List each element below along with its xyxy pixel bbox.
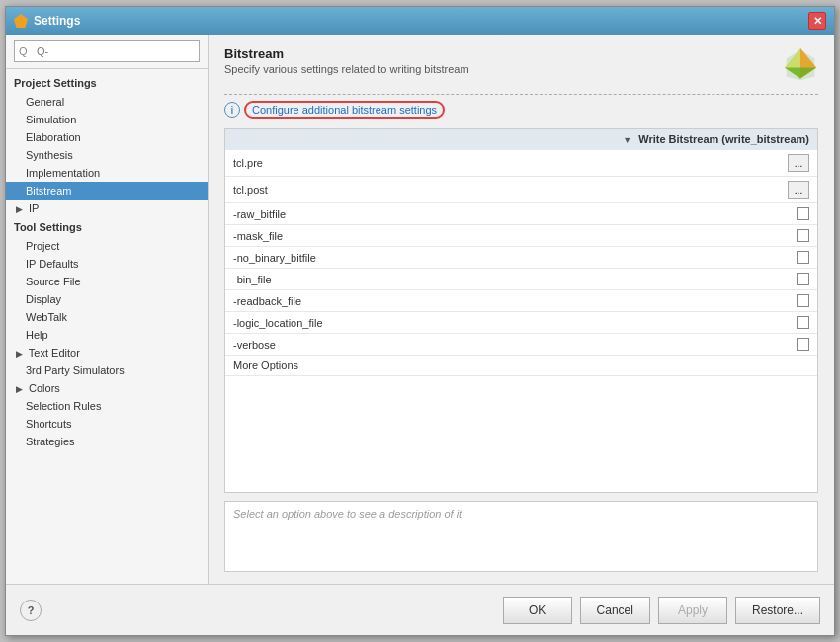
sidebar-item-selection-rules[interactable]: Selection Rules <box>6 397 208 415</box>
row-label-raw-bitfile: -raw_bitfile <box>225 203 423 225</box>
footer-left: ? <box>20 600 42 621</box>
checkbox-logic-location[interactable] <box>797 316 809 329</box>
table-row: tcl.pre ... <box>225 150 817 177</box>
row-value-no-binary <box>423 247 817 269</box>
configure-link[interactable]: Configure additional bitstream settings <box>244 101 445 119</box>
title-bar-left: Settings <box>14 14 80 28</box>
search-icon: Q <box>19 45 28 57</box>
sidebar-item-3rd-party[interactable]: 3rd Party Simulators <box>6 361 208 379</box>
table-row: -verbose <box>225 334 817 356</box>
row-label-no-binary: -no_binary_bitfile <box>225 247 423 269</box>
dialog-title: Settings <box>34 14 80 28</box>
row-value-tcl-post: ... <box>423 177 817 203</box>
panel-title: Bitstream <box>224 46 469 61</box>
sidebar-item-simulation[interactable]: Simulation <box>6 111 208 128</box>
checkbox-mask-file[interactable] <box>797 229 809 242</box>
left-panel: Q Project Settings General Simulation El… <box>6 35 209 584</box>
checkbox-verbose[interactable] <box>797 338 809 351</box>
sidebar-item-text-editor[interactable]: ▶ Text Editor <box>6 344 208 361</box>
ok-button[interactable]: OK <box>503 597 572 624</box>
description-placeholder: Select an option above to see a descript… <box>233 508 462 520</box>
settings-dialog: Settings ✕ Q Project Settings General Si… <box>5 6 835 636</box>
row-label-readback: -readback_file <box>225 290 423 312</box>
row-value-bin-file <box>423 269 817 290</box>
search-wrapper: Q <box>14 40 200 62</box>
apply-button[interactable]: Apply <box>658 597 727 624</box>
configure-link-row: i Configure additional bitstream setting… <box>224 101 818 119</box>
sidebar-item-bitstream[interactable]: Bitstream <box>6 182 208 200</box>
checkbox-raw-bitfile[interactable] <box>797 207 809 220</box>
panel-subtitle: Specify various settings related to writ… <box>224 63 469 75</box>
sidebar-item-elaboration[interactable]: Elaboration <box>6 128 208 146</box>
table-row: -bin_file <box>225 269 817 290</box>
right-panel: Bitstream Specify various settings relat… <box>209 35 834 584</box>
panel-header-text: Bitstream Specify various settings relat… <box>224 46 469 75</box>
sidebar-item-help[interactable]: Help <box>6 326 208 344</box>
browse-button-tcl-post[interactable]: ... <box>788 181 809 199</box>
checkbox-bin-file[interactable] <box>797 273 809 285</box>
row-label-more-options: More Options <box>225 356 423 376</box>
table-row: -logic_location_file <box>225 312 817 334</box>
title-bar: Settings ✕ <box>6 7 834 35</box>
dialog-footer: ? OK Cancel Apply Restore... <box>6 584 834 635</box>
close-button[interactable]: ✕ <box>808 12 826 30</box>
table-group-header-row: ▼ Write Bitstream (write_bitstream) <box>225 129 817 150</box>
search-bar: Q <box>6 35 208 69</box>
row-label-tcl-post: tcl.post <box>225 177 423 203</box>
sidebar-item-ip-defaults[interactable]: IP Defaults <box>6 255 208 273</box>
group-header-cell: ▼ Write Bitstream (write_bitstream) <box>225 129 817 150</box>
sidebar-item-synthesis[interactable]: Synthesis <box>6 146 208 164</box>
sidebar-item-source-file[interactable]: Source File <box>6 273 208 290</box>
info-icon: i <box>224 102 240 118</box>
row-value-raw-bitfile <box>423 203 817 225</box>
row-label-verbose: -verbose <box>225 334 423 356</box>
sidebar-item-webtalk[interactable]: WebTalk <box>6 308 208 326</box>
row-value-logic-location <box>423 312 817 334</box>
sidebar-item-shortcuts[interactable]: Shortcuts <box>6 415 208 433</box>
row-value-verbose <box>423 334 817 356</box>
description-box: Select an option above to see a descript… <box>224 501 818 572</box>
table-row: -readback_file <box>225 290 817 312</box>
sidebar-item-ip[interactable]: ▶ IP <box>6 200 208 217</box>
table-row: -raw_bitfile <box>225 203 817 225</box>
collapse-arrow-icon: ▼ <box>623 135 631 145</box>
panel-header: Bitstream Specify various settings relat… <box>224 46 818 82</box>
row-label-logic-location: -logic_location_file <box>225 312 423 334</box>
settings-table: ▼ Write Bitstream (write_bitstream) tcl.… <box>225 129 817 376</box>
footer-right: OK Cancel Apply Restore... <box>503 597 820 624</box>
table-row: -mask_file <box>225 225 817 247</box>
table-row: More Options <box>225 356 817 376</box>
cancel-button[interactable]: Cancel <box>580 597 650 624</box>
row-label-mask-file: -mask_file <box>225 225 423 247</box>
table-row: -no_binary_bitfile <box>225 247 817 269</box>
tool-settings-header: Tool Settings <box>6 217 208 237</box>
header-divider <box>224 94 818 95</box>
vivado-logo <box>783 46 818 82</box>
project-settings-header: Project Settings <box>6 73 208 93</box>
restore-button[interactable]: Restore... <box>735 597 820 624</box>
row-label-tcl-pre: tcl.pre <box>225 150 423 177</box>
help-button[interactable]: ? <box>20 600 42 621</box>
checkbox-readback-file[interactable] <box>797 294 809 307</box>
sidebar-item-colors[interactable]: ▶ Colors <box>6 379 208 397</box>
settings-table-wrapper: ▼ Write Bitstream (write_bitstream) tcl.… <box>224 128 818 493</box>
sidebar-item-implementation[interactable]: Implementation <box>6 164 208 182</box>
sidebar-item-display[interactable]: Display <box>6 290 208 308</box>
settings-icon <box>14 14 28 28</box>
row-value-mask-file <box>423 225 817 247</box>
browse-button-tcl-pre[interactable]: ... <box>788 154 809 172</box>
sidebar-item-project[interactable]: Project <box>6 237 208 255</box>
dialog-body: Q Project Settings General Simulation El… <box>6 35 834 584</box>
sidebar-item-strategies[interactable]: Strategies <box>6 433 208 450</box>
row-value-more-options <box>423 356 817 376</box>
table-row: tcl.post ... <box>225 177 817 203</box>
row-label-bin-file: -bin_file <box>225 269 423 290</box>
checkbox-no-binary-bitfile[interactable] <box>797 251 809 264</box>
tree-panel: Project Settings General Simulation Elab… <box>6 69 208 584</box>
row-value-tcl-pre: ... <box>423 150 817 177</box>
row-value-readback <box>423 290 817 312</box>
sidebar-item-general[interactable]: General <box>6 93 208 111</box>
search-input[interactable] <box>14 40 200 62</box>
